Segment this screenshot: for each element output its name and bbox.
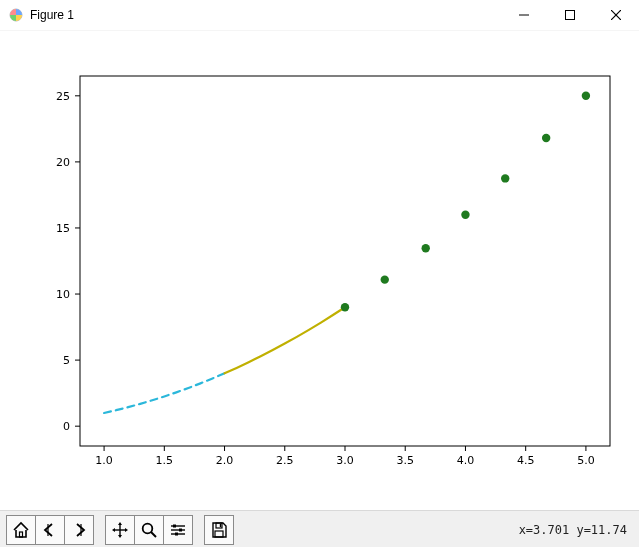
svg-line-49 — [151, 532, 156, 537]
minimize-button[interactable] — [501, 0, 547, 30]
svg-point-37 — [381, 275, 389, 283]
svg-rect-55 — [175, 533, 178, 536]
svg-point-38 — [422, 244, 430, 252]
plot-area[interactable]: 1.01.52.02.53.03.54.04.55.00510152025 — [0, 31, 639, 510]
svg-text:0: 0 — [63, 420, 70, 433]
svg-rect-5 — [80, 76, 610, 446]
svg-point-42 — [582, 92, 590, 100]
maximize-button[interactable] — [547, 0, 593, 30]
zoom-button[interactable] — [134, 515, 164, 545]
close-button[interactable] — [593, 0, 639, 30]
home-button[interactable] — [6, 515, 36, 545]
svg-text:20: 20 — [56, 156, 70, 169]
forward-button[interactable] — [64, 515, 94, 545]
svg-rect-57 — [215, 531, 223, 537]
svg-point-41 — [542, 134, 550, 142]
chart-canvas: 1.01.52.02.53.03.54.04.55.00510152025 — [0, 31, 639, 510]
svg-rect-54 — [179, 529, 182, 532]
svg-text:3.0: 3.0 — [336, 454, 354, 467]
save-button[interactable] — [204, 515, 234, 545]
svg-text:2.5: 2.5 — [276, 454, 294, 467]
window-titlebar: Figure 1 — [0, 0, 639, 31]
pan-button[interactable] — [105, 515, 135, 545]
svg-text:1.5: 1.5 — [156, 454, 174, 467]
window-title: Figure 1 — [30, 8, 74, 22]
svg-text:4.0: 4.0 — [457, 454, 475, 467]
svg-text:10: 10 — [56, 288, 70, 301]
svg-text:15: 15 — [56, 222, 70, 235]
svg-text:2.0: 2.0 — [216, 454, 234, 467]
svg-text:3.5: 3.5 — [396, 454, 414, 467]
svg-rect-53 — [173, 525, 176, 528]
svg-point-36 — [341, 303, 349, 311]
app-icon — [8, 7, 24, 23]
cursor-coordinates: x=3.701 y=11.74 — [519, 523, 633, 537]
back-button[interactable] — [35, 515, 65, 545]
svg-point-39 — [461, 211, 469, 219]
svg-text:5.0: 5.0 — [577, 454, 595, 467]
svg-point-48 — [143, 524, 153, 534]
svg-text:25: 25 — [56, 90, 70, 103]
svg-text:5: 5 — [63, 354, 70, 367]
navigation-toolbar: x=3.701 y=11.74 — [0, 510, 639, 547]
svg-rect-2 — [566, 11, 575, 20]
svg-text:1.0: 1.0 — [95, 454, 113, 467]
subplots-button[interactable] — [163, 515, 193, 545]
svg-text:4.5: 4.5 — [517, 454, 535, 467]
svg-point-40 — [501, 174, 509, 182]
